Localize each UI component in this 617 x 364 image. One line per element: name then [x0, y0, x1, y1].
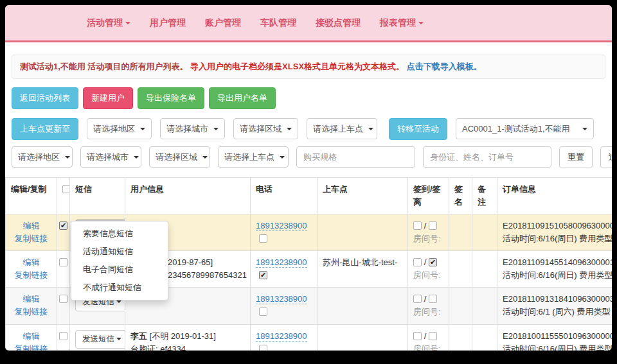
note-cell [472, 214, 497, 250]
phone-link[interactable]: 18913238900 [256, 257, 307, 268]
filter-city-select[interactable]: 请选择城市 [80, 146, 141, 168]
header-select-all [57, 177, 70, 214]
edit-link[interactable]: 编辑 [11, 256, 51, 269]
edit-link[interactable]: 编辑 [11, 330, 51, 343]
checkin-checkout-cell: / 房间号: [408, 288, 449, 324]
update-pickup-point-button[interactable]: 上车点更新至 [12, 118, 78, 140]
pickup-point-cell [317, 324, 408, 351]
nav-shuttle-point-management[interactable]: 接驳点管理 [316, 17, 361, 29]
chevron-down-icon [287, 128, 292, 130]
nav-activity-management[interactable]: 活动管理 [87, 17, 130, 29]
signature-cell [449, 214, 472, 250]
header-sms: 短信 [70, 177, 125, 214]
phone-checkbox[interactable] [259, 234, 267, 243]
row-checkbox[interactable] [59, 221, 67, 230]
back-to-activity-list-button[interactable]: 返回活动列表 [12, 87, 78, 109]
purchase-spec-input[interactable] [296, 146, 415, 168]
checkin-checkbox[interactable] [413, 332, 422, 340]
filter-region-select[interactable]: 请选择地区 [12, 146, 73, 168]
header-note: 备注 [472, 177, 497, 214]
send-sms-button[interactable]: 发送短信 [75, 330, 125, 349]
order-info-cell: E2018110915105800963000025活动时间:6/16(周日) … [497, 214, 613, 250]
checkin-checkbox[interactable] [413, 295, 422, 303]
edit-link[interactable]: 编辑 [11, 293, 51, 306]
menu-item-e-contract-sms[interactable]: 电子合同短信 [71, 261, 168, 279]
chevron-down-icon [202, 156, 208, 159]
new-user-button[interactable]: 新建用户 [83, 87, 133, 109]
nav-account-management[interactable]: 账户管理 [205, 17, 241, 29]
header-edit-copy: 编辑/复制 [6, 177, 57, 214]
chevron-down-icon [582, 128, 587, 130]
copy-link-link[interactable]: 复制链接 [11, 232, 51, 245]
menu-item-request-info-sms[interactable]: 索要信息短信 [71, 225, 168, 243]
filter-button[interactable]: 过滤 [600, 146, 612, 168]
search-input[interactable] [423, 146, 551, 168]
edit-link[interactable]: 编辑 [11, 220, 51, 232]
header-pickup-point: 上车点 [317, 177, 408, 214]
select-all-checkbox[interactable] [62, 185, 70, 193]
district-select[interactable]: 请选择区域 [233, 118, 298, 139]
row-checkbox[interactable] [59, 332, 67, 340]
order-info-cell: E201810011555010963000003活动时间:6/16(周日) 费… [497, 324, 613, 351]
signature-cell [449, 324, 472, 351]
alert-banner: 测试活动1,不能用 活动项目的所有用户列表。 导入用户的电子档必须是XLSX格式… [12, 55, 605, 79]
phone-checkbox[interactable] [259, 308, 267, 316]
room-number-label: 房间号: [413, 232, 443, 245]
filter-pickup-point-select[interactable]: 请选择上车点 [218, 146, 289, 168]
target-activity-select[interactable]: AC0001_1-测试活动1,不能用 [456, 118, 594, 139]
pickup-point-select[interactable]: 请选择上车点 [307, 118, 377, 139]
top-navbar: 活动管理 用户管理 账户管理 车队管理 接驳点管理 报表管理 [5, 5, 612, 42]
checkin-checkbox[interactable] [413, 258, 422, 266]
copy-link-link[interactable]: 复制链接 [11, 269, 51, 282]
header-order-info: 订单信息 [497, 177, 613, 214]
phone-link[interactable]: 18913238900 [256, 294, 307, 304]
checkout-checkbox[interactable] [429, 332, 437, 340]
export-insurance-list-button[interactable]: 导出保险名单 [138, 87, 204, 109]
chevron-down-icon [134, 156, 139, 159]
action-buttons-row: 返回活动列表 新建用户 导出保险名单 导出用户名单 [5, 87, 612, 109]
checkin-checkout-cell: / 房间号: [408, 214, 449, 250]
row-checkbox[interactable] [59, 258, 67, 266]
phone-link[interactable]: 18913238900 [256, 331, 307, 342]
header-user-info: 用户信息 [125, 177, 251, 214]
nav-fleet-management[interactable]: 车队管理 [260, 17, 296, 29]
signature-cell [449, 288, 472, 324]
row-checkbox[interactable] [59, 295, 67, 303]
checkin-checkbox[interactable] [413, 221, 422, 230]
nav-report-management[interactable]: 报表管理 [380, 17, 424, 29]
checkout-checkbox[interactable] [429, 258, 437, 266]
table-row: 编辑复制链接 发送短信 李五 [不明 2019-01-31]台胞证: ef433… [6, 324, 613, 351]
checkin-checkout-cell: / 房间号: [408, 251, 449, 288]
copy-link-link[interactable]: 复制链接 [11, 343, 51, 351]
menu-item-cancellation-notice-sms[interactable]: 不成行通知短信 [71, 279, 168, 297]
note-cell [472, 251, 497, 288]
chevron-down-icon [125, 22, 130, 24]
download-template-link[interactable]: 点击下载导入模板。 [407, 62, 482, 71]
checkout-checkbox[interactable] [429, 295, 437, 303]
order-info-cell: E201811091318410963000031活动时间:6/1 (周六) 费… [497, 288, 613, 324]
transfer-to-activity-button[interactable]: 转移至活动 [389, 118, 447, 140]
phone-link[interactable]: 18913238900 [256, 221, 307, 231]
phone-checkbox[interactable] [259, 345, 267, 351]
region-select[interactable]: 请选择地区 [87, 118, 152, 139]
alert-message: 导入用户的电子档必须是XLSX格式且单元格为文本格式。 [190, 62, 404, 71]
alert-title: 测试活动1,不能用 活动项目的所有用户列表。 [20, 62, 188, 71]
phone-checkbox[interactable] [259, 271, 267, 279]
sms-dropdown-menu: 索要信息短信 活动通知短信 电子合同短信 不成行通知短信 [71, 221, 168, 300]
nav-user-management[interactable]: 用户管理 [150, 17, 186, 29]
filter-district-select[interactable]: 请选择区域 [149, 146, 210, 168]
room-number-label: 房间号: [413, 269, 443, 282]
export-user-list-button[interactable]: 导出用户名单 [209, 87, 276, 109]
copy-link-link[interactable]: 复制链接 [11, 306, 51, 318]
signature-cell [449, 251, 472, 288]
chevron-down-icon [368, 128, 373, 130]
menu-item-activity-notice-sms[interactable]: 活动通知短信 [71, 243, 168, 261]
note-cell [472, 288, 497, 324]
checkout-checkbox[interactable] [429, 221, 437, 230]
header-signature: 签名 [449, 177, 472, 214]
order-info-cell: E201811091455140963000019活动时间:6/16(周日) 费… [497, 251, 613, 288]
reset-button[interactable]: 重置 [559, 146, 593, 168]
city-select[interactable]: 请选择城市 [160, 118, 225, 139]
chevron-down-icon [65, 156, 70, 159]
pickup-update-filter-row: 上车点更新至 请选择地区 请选择城市 请选择区域 请选择上车点 转移至活动 AC… [5, 118, 612, 140]
